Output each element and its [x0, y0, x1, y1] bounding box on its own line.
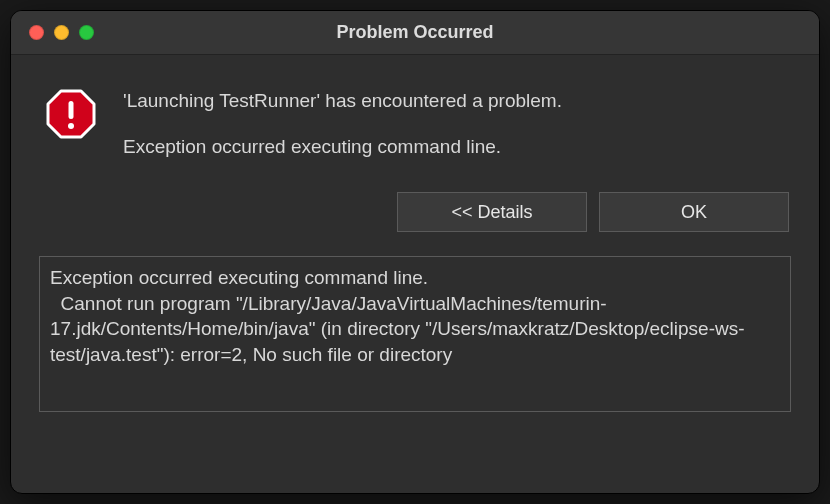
button-row: << Details OK	[39, 192, 791, 232]
close-icon[interactable]	[29, 25, 44, 40]
svg-point-2	[68, 123, 74, 129]
dialog-window: Problem Occurred 'Launching TestRunner' …	[10, 10, 820, 494]
details-text[interactable]: Exception occurred executing command lin…	[39, 256, 791, 412]
maximize-icon[interactable]	[79, 25, 94, 40]
message-row: 'Launching TestRunner' has encountered a…	[39, 77, 791, 164]
message-heading: 'Launching TestRunner' has encountered a…	[123, 87, 562, 115]
ok-button[interactable]: OK	[599, 192, 789, 232]
message-text: 'Launching TestRunner' has encountered a…	[123, 87, 562, 160]
svg-rect-1	[69, 101, 74, 119]
window-controls	[29, 25, 94, 40]
titlebar: Problem Occurred	[11, 11, 819, 55]
details-button[interactable]: << Details	[397, 192, 587, 232]
message-summary: Exception occurred executing command lin…	[123, 133, 562, 161]
minimize-icon[interactable]	[54, 25, 69, 40]
error-icon	[43, 87, 99, 139]
dialog-content: 'Launching TestRunner' has encountered a…	[11, 55, 819, 493]
window-title: Problem Occurred	[27, 22, 803, 43]
